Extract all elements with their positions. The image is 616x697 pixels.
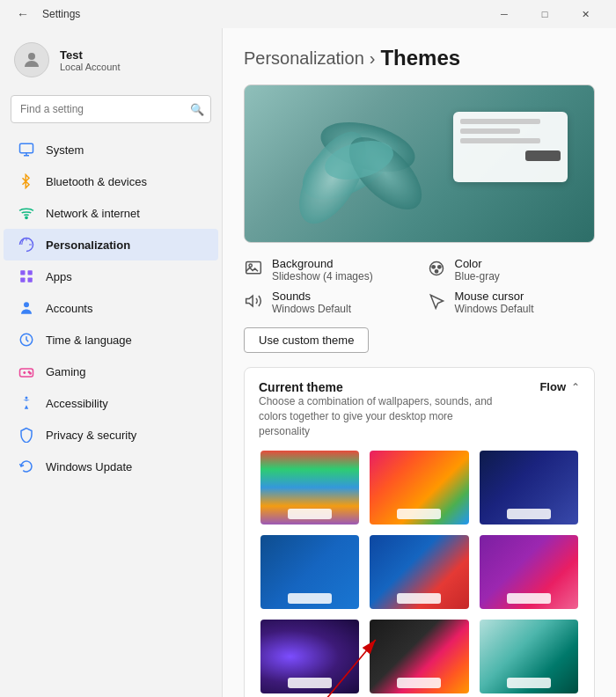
user-name: Test xyxy=(60,48,121,62)
bluetooth-icon xyxy=(18,172,35,190)
minimize-button[interactable]: ─ xyxy=(484,0,524,28)
background-text: Background Slideshow (4 images) xyxy=(272,257,373,282)
avatar xyxy=(14,42,49,77)
svg-point-22 xyxy=(437,266,440,268)
svg-point-23 xyxy=(435,270,437,273)
background-icon xyxy=(244,259,263,278)
taskbar-mock xyxy=(397,509,441,519)
sounds-text: Sounds Windows Default xyxy=(272,290,351,315)
close-button[interactable]: ✕ xyxy=(565,0,605,28)
sounds-label: Sounds xyxy=(272,290,351,303)
dialog-line-1 xyxy=(460,119,540,124)
back-button[interactable]: ← xyxy=(11,2,35,26)
svg-point-21 xyxy=(432,266,435,268)
sidebar-item-accounts[interactable]: Accounts xyxy=(4,292,218,324)
current-theme-section: Current theme Choose a combination of wa… xyxy=(244,367,595,697)
svg-rect-18 xyxy=(246,262,261,274)
accounts-icon xyxy=(18,299,35,317)
sidebar-item-update[interactable]: Windows Update xyxy=(4,451,218,482)
theme-thumb-stripes[interactable] xyxy=(259,449,361,526)
theme-thumb-flower[interactable] xyxy=(368,618,470,695)
theme-thumb-win11c[interactable] xyxy=(478,533,580,611)
info-color[interactable]: Color Blue-gray xyxy=(427,257,596,282)
sidebar-item-apps[interactable]: Apps xyxy=(4,260,218,292)
breadcrumb-separator: › xyxy=(370,48,376,69)
cursor-value: Windows Default xyxy=(455,303,534,315)
theme-thumb-honeycomb[interactable] xyxy=(368,449,470,526)
svg-point-11 xyxy=(30,373,32,375)
sidebar-item-label: Accessibility xyxy=(46,397,108,410)
info-background[interactable]: Background Slideshow (4 images) xyxy=(244,257,413,282)
current-theme-name-row[interactable]: Flow ⌃ xyxy=(539,380,580,393)
search-box[interactable]: 🔍 xyxy=(11,95,211,123)
svg-point-19 xyxy=(249,264,252,267)
svg-point-12 xyxy=(26,397,28,400)
breadcrumb-parent: Personalization xyxy=(244,48,364,69)
current-theme-header: Current theme Choose a combination of wa… xyxy=(259,380,580,438)
gaming-icon xyxy=(18,363,35,380)
custom-theme-button[interactable]: Use custom theme xyxy=(244,327,369,353)
sidebar-item-label: Apps xyxy=(46,270,72,283)
window-title: Settings xyxy=(42,8,80,20)
theme-thumb-ocean[interactable] xyxy=(478,618,580,695)
update-icon xyxy=(18,458,35,475)
sidebar-item-label: Time & language xyxy=(46,334,132,347)
sounds-icon xyxy=(244,291,263,311)
dialog-line-2 xyxy=(460,128,520,134)
sidebar-item-privacy[interactable]: Privacy & security xyxy=(4,419,218,451)
background-label: Background xyxy=(272,257,373,270)
taskbar-mock xyxy=(507,593,551,604)
personalization-icon xyxy=(18,236,35,253)
svg-point-2 xyxy=(26,216,27,218)
svg-rect-4 xyxy=(28,270,33,275)
cursor-text: Mouse cursor Windows Default xyxy=(455,290,534,315)
sidebar-item-accessibility[interactable]: Accessibility xyxy=(4,387,218,419)
color-value: Blue-gray xyxy=(455,270,500,282)
cursor-icon xyxy=(427,291,446,311)
sidebar-item-label: Privacy & security xyxy=(46,429,136,442)
sidebar-item-label: Windows Update xyxy=(46,460,132,473)
sidebar-item-label: Gaming xyxy=(46,365,86,378)
taskbar-mock xyxy=(397,593,441,604)
dialog-line-3 xyxy=(460,138,540,143)
chevron-up-icon: ⌃ xyxy=(571,381,580,393)
theme-thumb-neon[interactable] xyxy=(259,618,361,695)
theme-thumb-win11b[interactable] xyxy=(368,533,470,611)
titlebar-controls: ─ □ ✕ xyxy=(484,0,605,28)
taskbar-mock xyxy=(507,678,551,688)
sidebar-item-label: Network & internet xyxy=(46,207,140,220)
sidebar-item-label: Personalization xyxy=(46,238,130,252)
preview-background xyxy=(245,85,594,242)
info-sounds[interactable]: Sounds Windows Default xyxy=(244,290,413,315)
maximize-button[interactable]: □ xyxy=(524,0,565,28)
time-icon xyxy=(18,331,35,348)
theme-grid xyxy=(259,449,580,697)
info-cursor[interactable]: Mouse cursor Windows Default xyxy=(427,290,596,315)
svg-marker-24 xyxy=(246,296,253,306)
theme-thumb-space[interactable] xyxy=(478,449,580,526)
svg-point-7 xyxy=(24,302,29,307)
color-text: Color Blue-gray xyxy=(455,257,500,282)
sidebar-item-personalization[interactable]: Personalization xyxy=(4,229,218,260)
user-sub: Local Account xyxy=(60,62,121,72)
search-input[interactable] xyxy=(11,95,211,123)
network-icon xyxy=(18,204,35,222)
current-theme-desc: Choose a combination of wallpapers, soun… xyxy=(259,394,505,438)
accessibility-icon xyxy=(18,394,35,412)
info-grid: Background Slideshow (4 images) Color Bl… xyxy=(244,257,595,315)
titlebar-left: ← Settings xyxy=(11,2,80,26)
color-icon xyxy=(427,259,446,278)
theme-thumb-win11[interactable] xyxy=(259,533,361,611)
sidebar-item-bluetooth[interactable]: Bluetooth & devices xyxy=(4,165,218,197)
taskbar-mock xyxy=(507,509,551,519)
sidebar-item-time[interactable]: Time & language xyxy=(4,324,218,356)
theme-preview xyxy=(244,84,595,243)
taskbar-mock xyxy=(288,678,332,688)
sidebar-item-network[interactable]: Network & internet xyxy=(4,197,218,229)
breadcrumb-current: Themes xyxy=(380,46,460,70)
user-section[interactable]: Test Local Account xyxy=(0,32,222,88)
sidebar-item-system[interactable]: System xyxy=(4,134,218,165)
sidebar-item-label: System xyxy=(46,143,84,157)
background-value: Slideshow (4 images) xyxy=(272,270,373,282)
sidebar-item-gaming[interactable]: Gaming xyxy=(4,356,218,387)
